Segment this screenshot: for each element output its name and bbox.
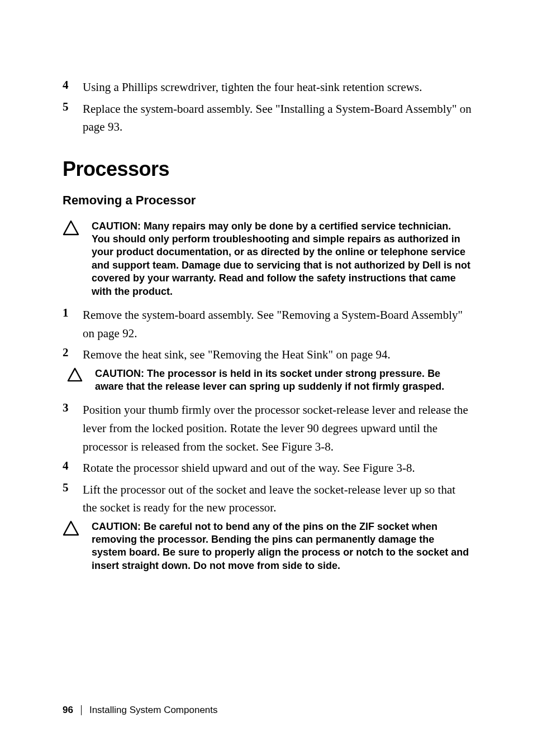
list-text: Lift the processor out of the socket and… bbox=[83, 481, 472, 517]
caution-block: CAUTION: Be careful not to bend any of t… bbox=[63, 520, 472, 573]
page-container: 4 Using a Phillips screwdriver, tighten … bbox=[0, 0, 533, 756]
footer-divider bbox=[81, 705, 82, 715]
list-number: 5 bbox=[63, 100, 83, 136]
caution-text: CAUTION: Be careful not to bend any of t… bbox=[92, 520, 472, 573]
caution-icon bbox=[64, 367, 95, 394]
list-number: 1 bbox=[63, 306, 83, 342]
list-item: 4 Using a Phillips screwdriver, tighten … bbox=[63, 78, 472, 97]
list-item: 1 Remove the system-board assembly. See … bbox=[63, 306, 472, 342]
list-number: 4 bbox=[63, 459, 83, 477]
list-text: Position your thumb firmly over the proc… bbox=[83, 401, 472, 456]
page-footer: 96 Installing System Components bbox=[63, 705, 218, 716]
page-number: 96 bbox=[63, 705, 73, 716]
list-text: Remove the system-board assembly. See "R… bbox=[83, 306, 472, 342]
caution-text: CAUTION: Many repairs may only be done b… bbox=[92, 220, 472, 298]
list-item: 2 Remove the heat sink, see "Removing th… bbox=[63, 346, 472, 364]
list-number: 3 bbox=[63, 401, 83, 456]
caution-text: CAUTION: The processor is held in its so… bbox=[95, 367, 472, 394]
list-item: 5 Replace the system-board assembly. See… bbox=[63, 100, 472, 136]
caution-block: CAUTION: Many repairs may only be done b… bbox=[63, 220, 472, 298]
list-item: 3 Position your thumb firmly over the pr… bbox=[63, 401, 472, 456]
caution-block: CAUTION: The processor is held in its so… bbox=[64, 367, 472, 394]
list-text: Remove the heat sink, see "Removing the … bbox=[83, 346, 472, 364]
list-text: Rotate the processor shield upward and o… bbox=[83, 459, 472, 477]
list-number: 5 bbox=[63, 481, 83, 517]
list-text: Replace the system-board assembly. See "… bbox=[83, 100, 472, 136]
list-number: 4 bbox=[63, 78, 83, 97]
list-item: 5 Lift the processor out of the socket a… bbox=[63, 481, 472, 517]
caution-icon bbox=[63, 520, 92, 573]
list-text: Using a Phillips screwdriver, tighten th… bbox=[83, 78, 472, 97]
list-number: 2 bbox=[63, 346, 83, 364]
section-heading: Processors bbox=[63, 157, 472, 181]
subsection-heading: Removing a Processor bbox=[63, 193, 472, 208]
list-item: 4 Rotate the processor shield upward and… bbox=[63, 459, 472, 477]
footer-section: Installing System Components bbox=[89, 705, 218, 716]
caution-icon bbox=[63, 220, 92, 298]
